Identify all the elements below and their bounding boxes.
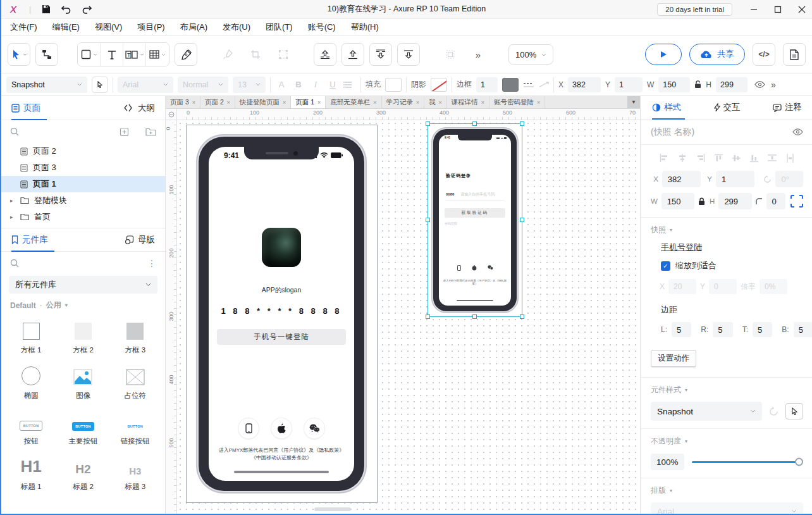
select-tool-button[interactable]	[8, 43, 30, 66]
resize-handle-se[interactable]	[520, 314, 524, 319]
canvas-tab[interactable]: 页面 2×	[200, 96, 235, 108]
library-filter-select[interactable]: 所有元件库	[9, 276, 157, 294]
lock-icon[interactable]	[698, 197, 705, 206]
connector-tool-button[interactable]	[35, 43, 58, 66]
resize-handle-nw[interactable]	[426, 121, 430, 126]
maximize-button[interactable]	[774, 6, 782, 13]
resize-handle-w[interactable]	[426, 218, 430, 222]
label-tool-button[interactable]: T	[123, 43, 146, 66]
canvas-tab-active[interactable]: 页面 1×	[291, 96, 326, 108]
phone-mockup[interactable]: 9:41 APP的slogan 1 8 8 * * * * 8 8 8 8 手机…	[196, 134, 367, 493]
widget-label[interactable]: Label	[5, 495, 57, 515]
widget-h3[interactable]: H3 标题 3	[109, 450, 161, 495]
snapshot-section-header[interactable]: 快照 ▾	[641, 218, 812, 235]
close-icon[interactable]: ×	[537, 99, 540, 106]
menu-edit[interactable]: 编辑(E)	[52, 22, 80, 33]
page-item-page3[interactable]: 页面 3	[1, 159, 165, 176]
artboard-page1[interactable]: 9:41 APP的slogan 1 8 8 * * * * 8 8 8 8 手机…	[186, 125, 378, 503]
fill-swatch[interactable]	[385, 78, 402, 92]
margin-t-field[interactable]: 5	[753, 322, 772, 337]
notes-doc-button[interactable]	[783, 43, 806, 66]
search-icon[interactable]	[10, 127, 19, 136]
apple-login-button[interactable]	[271, 418, 292, 439]
margin-r-field[interactable]: 5	[713, 322, 732, 337]
style-preset-select[interactable]: Snapshot	[6, 77, 87, 93]
canvas-tab[interactable]: 账号密码登陆×	[489, 96, 545, 108]
tab-notes[interactable]: 注释	[773, 102, 802, 113]
minimize-button[interactable]	[750, 6, 758, 13]
close-icon[interactable]: ×	[373, 99, 376, 106]
snapshot-widget-selected[interactable]: 9:41 验证码登录 0086 请输入你的手机号码 获取验证码 密码登陆	[428, 124, 522, 316]
set-action-button[interactable]: 设置动作	[651, 350, 696, 367]
widget-ellipse[interactable]: 椭圆	[5, 359, 57, 404]
tab-style[interactable]: 样式	[652, 102, 681, 113]
bring-to-front-button[interactable]	[314, 43, 336, 66]
rectangle-tool-button[interactable]	[78, 43, 101, 66]
tab-outline[interactable]: 大纲	[86, 102, 156, 114]
opacity-slider[interactable]	[692, 461, 802, 463]
menu-project[interactable]: 项目(P)	[137, 22, 164, 33]
border-color-swatch[interactable]	[502, 78, 519, 92]
horizontal-scrollbar-thumb[interactable]	[314, 507, 351, 511]
canvas-viewport[interactable]: 9:41 APP的slogan 1 8 8 * * * * 8 8 8 8 手机…	[177, 120, 640, 515]
menu-help[interactable]: 帮助(H)	[351, 22, 379, 33]
widget-name-input[interactable]: (快照 名称)	[651, 127, 694, 138]
resize-handle-s[interactable]	[472, 314, 477, 319]
widget-primary-button[interactable]: BUTTON 主要按钮	[57, 404, 109, 450]
w-field[interactable]: 150	[661, 193, 694, 209]
x-field[interactable]: 382	[662, 171, 701, 187]
close-icon[interactable]: ×	[317, 99, 321, 106]
border-style-icon[interactable]	[523, 82, 534, 88]
page-item-page2[interactable]: 页面 2	[1, 143, 165, 159]
table-tool-button[interactable]	[146, 43, 169, 66]
add-folder-icon[interactable]	[145, 127, 156, 136]
inspect-code-button[interactable]: </>	[753, 43, 775, 66]
menu-team[interactable]: 团队(T)	[266, 22, 293, 33]
send-to-back-button[interactable]	[369, 43, 392, 66]
wechat-login-button[interactable]	[304, 418, 325, 439]
widget-box2[interactable]: 方框 2	[57, 313, 109, 359]
folder-item-login[interactable]: ▸ 登陆模块	[1, 192, 165, 209]
edit-style-button[interactable]	[785, 403, 803, 419]
menu-view[interactable]: 视图(V)	[95, 22, 122, 33]
close-icon[interactable]: ×	[416, 99, 419, 106]
page-item-page1-selected[interactable]: 页面 1	[1, 176, 165, 192]
widget-h1[interactable]: H1 标题 1	[5, 450, 57, 495]
menu-arrange[interactable]: 布局(A)	[180, 22, 207, 33]
canvas-tab[interactable]: 页面 3×	[166, 96, 200, 108]
widget-link-button[interactable]: BUTTON 链接按钮	[109, 404, 161, 450]
margin-b-field[interactable]: 5	[794, 322, 812, 337]
menu-file[interactable]: 文件(F)	[10, 22, 37, 33]
close-icon[interactable]: ×	[481, 99, 484, 106]
library-section-header[interactable]: Default · 公用 ▾	[1, 295, 165, 311]
canvas-tab[interactable]: 底部无菜单栏×	[326, 96, 381, 108]
menu-account[interactable]: 账号(C)	[308, 22, 336, 33]
save-icon[interactable]	[41, 4, 51, 14]
visibility-eye-icon[interactable]	[792, 128, 803, 135]
canvas-tab[interactable]: 我×	[424, 96, 447, 108]
typography-section-header[interactable]: 排版 ▾	[641, 478, 812, 496]
widget-paragraph[interactable]: P	[57, 495, 109, 515]
widget-style-select[interactable]: Snapshot	[651, 402, 762, 421]
zoom-select[interactable]: 100%	[508, 44, 553, 65]
widget-box1[interactable]: 方框 1	[5, 313, 57, 359]
add-page-icon[interactable]	[120, 127, 129, 137]
undo-icon[interactable]	[61, 4, 71, 14]
collapse-caret-icon[interactable]: ▸	[10, 214, 15, 220]
h-field[interactable]: 299	[716, 77, 747, 92]
widget-image[interactable]: 图像	[57, 359, 109, 404]
widget-placeholder[interactable]: 占位符	[109, 359, 161, 404]
reference-page-link[interactable]: 手机号登陆	[661, 242, 702, 253]
text-tool-button[interactable]	[101, 43, 123, 66]
widget-style-section-header[interactable]: 元件样式 ▾	[641, 378, 812, 395]
close-button[interactable]	[798, 6, 806, 13]
widget-horizontal-line[interactable]	[109, 495, 161, 515]
resize-handle-e[interactable]	[520, 218, 524, 222]
shadow-swatch[interactable]	[431, 78, 447, 92]
y-field[interactable]: 1	[716, 171, 754, 187]
close-icon[interactable]: ×	[283, 99, 286, 106]
resize-handle-sw[interactable]	[426, 314, 430, 319]
tab-interactions[interactable]: 交互	[714, 102, 741, 113]
phone-login-button[interactable]	[238, 418, 259, 439]
tab-masters[interactable]: 母版	[86, 234, 156, 245]
